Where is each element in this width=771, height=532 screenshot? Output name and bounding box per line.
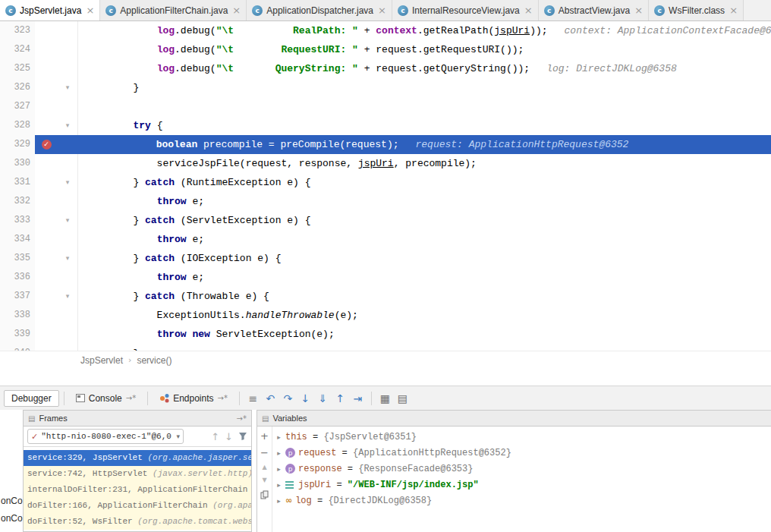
fold-icon[interactable]: ▾ xyxy=(58,78,78,97)
line-number[interactable]: 335 xyxy=(0,249,35,268)
variable-row[interactable]: ▸∞log = {DirectJDKLog@6358} xyxy=(272,493,771,508)
breadcrumb-item-class[interactable]: JspServlet xyxy=(80,355,123,366)
code-text[interactable]: } catch (IOException e) { xyxy=(78,249,771,268)
code-text[interactable]: } catch (ServletException e) { xyxy=(78,211,771,230)
code-line[interactable]: 336 throw e; xyxy=(0,268,771,287)
code-text[interactable]: serviceJspFile(request, response, jspUri… xyxy=(78,154,771,173)
fold-icon[interactable]: ▾ xyxy=(58,116,78,135)
close-tab-icon[interactable]: × xyxy=(729,5,738,16)
line-number[interactable]: 339 xyxy=(0,325,35,344)
force-step-into-icon[interactable]: ⇓ xyxy=(314,389,332,407)
gutter-space[interactable] xyxy=(35,97,58,116)
gutter-space[interactable] xyxy=(35,268,58,287)
code-line[interactable]: 329✓ boolean precompile = preCompile(req… xyxy=(0,135,771,154)
editor-tab[interactable]: cWsFilter.class× xyxy=(649,0,744,20)
expand-icon[interactable]: ▸ xyxy=(272,449,285,457)
scroll-up-icon[interactable]: ▲ xyxy=(262,464,266,471)
editor-tab[interactable]: cApplicationDispatcher.java× xyxy=(247,0,392,20)
restore-layout-icon[interactable]: ≡ xyxy=(244,389,262,407)
code-text[interactable]: } xyxy=(78,344,771,351)
editor-tab[interactable]: cJspServlet.java× xyxy=(0,0,100,20)
line-number[interactable]: 332 xyxy=(0,192,35,211)
add-watch-button[interactable]: + xyxy=(260,431,269,441)
show-execution-point-icon[interactable]: ↶ xyxy=(262,389,279,407)
thread-selector[interactable]: ✓ "http-nio-8080-exec-1"@6,0... ▾ xyxy=(27,429,184,444)
code-text[interactable]: } catch (Throwable e) { xyxy=(78,287,771,306)
debug-tab-debugger[interactable]: Debugger xyxy=(4,390,59,407)
stack-frame-row[interactable]: doFilter:52, WsFilter (org.apache.tomcat… xyxy=(24,514,251,530)
line-number[interactable]: 337 xyxy=(0,287,35,306)
breadcrumb-item-method[interactable]: service() xyxy=(137,355,172,366)
close-tab-icon[interactable]: × xyxy=(86,5,94,16)
stack-frame-row[interactable]: service:329, JspServlet (org.apache.jasp… xyxy=(24,450,251,466)
code-text[interactable]: } catch (RuntimeException e) { xyxy=(78,173,771,192)
close-tab-icon[interactable]: × xyxy=(634,5,643,16)
filter-frames-icon[interactable] xyxy=(238,432,247,441)
code-line[interactable]: 330 serviceJspFile(request, response, js… xyxy=(0,154,771,173)
gutter-space[interactable] xyxy=(35,21,58,40)
code-text[interactable]: log.debug("\t QueryString: " + request.g… xyxy=(78,59,771,78)
code-text[interactable]: boolean precompile = preCompile(request)… xyxy=(77,135,771,154)
code-line[interactable]: 327 xyxy=(0,97,771,116)
line-number[interactable]: 328 xyxy=(0,116,35,135)
code-text[interactable]: log.debug("\t RequestURI: " + request.ge… xyxy=(78,40,771,59)
line-number[interactable]: 340 xyxy=(0,344,35,351)
gutter-space[interactable] xyxy=(35,116,58,135)
gutter-space[interactable] xyxy=(35,306,58,325)
expand-icon[interactable]: ▸ xyxy=(272,497,285,505)
code-line[interactable]: 337▾ } catch (Throwable e) { xyxy=(0,287,771,306)
step-out-icon[interactable]: ↑ xyxy=(332,389,349,407)
variable-row[interactable]: ▸jspUri = "/WEB-INF/jsp/index.jsp" xyxy=(272,477,771,493)
step-over-icon[interactable]: ↷ xyxy=(279,389,297,407)
code-text[interactable] xyxy=(78,97,771,116)
code-text[interactable]: ExceptionUtils.handleThrowable(e); xyxy=(78,306,771,325)
close-tab-icon[interactable]: × xyxy=(524,5,533,16)
previous-frame-icon[interactable]: ↑ xyxy=(211,431,219,442)
expand-icon[interactable]: ▸ xyxy=(272,433,285,441)
line-number[interactable]: 331 xyxy=(0,173,35,192)
code-text[interactable]: throw e; xyxy=(78,268,771,287)
gutter-space[interactable] xyxy=(35,40,58,59)
gutter-space[interactable] xyxy=(35,287,58,306)
gutter-space[interactable] xyxy=(35,344,58,351)
code-line[interactable]: 328▾ try { xyxy=(0,116,771,135)
code-line[interactable]: 334 throw e; xyxy=(0,230,771,249)
next-frame-icon[interactable]: ↓ xyxy=(225,431,233,442)
breakpoint-gutter[interactable]: ✓ xyxy=(35,135,58,154)
code-line[interactable]: 326▾ } xyxy=(0,78,771,97)
editor-tab[interactable]: cAbstractView.java× xyxy=(539,0,649,20)
stack-frame-row[interactable]: doFilter:166, ApplicationFilterChain (or… xyxy=(24,498,251,514)
close-tab-icon[interactable]: × xyxy=(232,5,241,16)
fold-icon[interactable]: ▾ xyxy=(58,211,78,230)
variable-row[interactable]: ▸prequest = {ApplicationHttpRequest@6352… xyxy=(272,445,771,461)
code-line[interactable]: 324 log.debug("\t RequestURI: " + reques… xyxy=(0,40,771,59)
code-text[interactable]: try { xyxy=(78,116,771,135)
float-window-icon[interactable]: →* xyxy=(237,414,247,423)
remove-watch-button[interactable]: − xyxy=(260,448,269,458)
close-tab-icon[interactable]: × xyxy=(378,5,386,16)
line-number[interactable]: 327 xyxy=(0,97,35,116)
gutter-space[interactable] xyxy=(35,325,58,344)
gutter-space[interactable] xyxy=(35,249,58,268)
gutter-space[interactable] xyxy=(35,154,58,173)
code-line[interactable]: 331▾ } catch (RuntimeException e) { xyxy=(0,173,771,192)
code-line[interactable]: 335▾ } catch (IOException e) { xyxy=(0,249,771,268)
stack-frame-row[interactable]: service:742, HttpServlet (javax.servlet.… xyxy=(24,466,251,482)
view-breakpoints-icon[interactable]: ▦ xyxy=(376,389,394,407)
code-line[interactable]: 338 ExceptionUtils.handleThrowable(e); xyxy=(0,306,771,325)
line-number[interactable]: 338 xyxy=(0,306,35,325)
editor-tab[interactable]: cInternalResourceView.java× xyxy=(392,0,539,20)
code-text[interactable]: } xyxy=(78,78,771,97)
code-text[interactable]: throw e; xyxy=(78,192,771,211)
gutter-space[interactable] xyxy=(35,192,58,211)
jump-to-source-icon[interactable]: →* xyxy=(218,394,228,402)
code-text[interactable]: throw e; xyxy=(78,230,771,249)
code-line[interactable]: 339 throw new ServletException(e); xyxy=(0,325,771,344)
code-text[interactable]: throw new ServletException(e); xyxy=(78,325,771,344)
fold-icon[interactable]: ▾ xyxy=(58,249,78,268)
code-line[interactable]: 323 log.debug("\t RealPath: " + context.… xyxy=(0,21,771,40)
evaluate-expression-icon[interactable]: ▤ xyxy=(394,389,411,407)
run-to-cursor-icon[interactable]: ⇥ xyxy=(349,389,367,407)
editor-tab[interactable]: cApplicationFilterChain.java× xyxy=(100,0,247,20)
code-line[interactable]: 333▾ } catch (ServletException e) { xyxy=(0,211,771,230)
